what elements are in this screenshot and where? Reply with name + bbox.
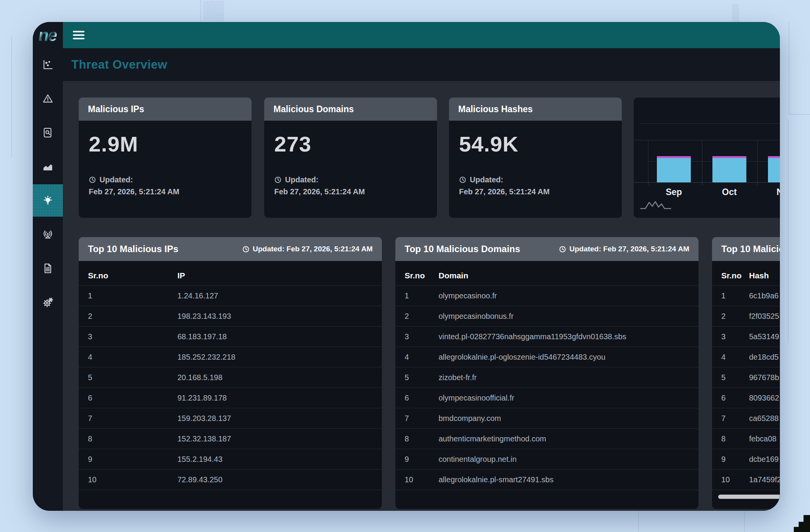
cell-value: 20.168.5.198 bbox=[177, 373, 223, 382]
background-line bbox=[12, 37, 12, 158]
table-row: 16c1b9a6 bbox=[712, 286, 780, 306]
table-row: 6olympecasinoofficial.fr bbox=[395, 388, 699, 408]
title-band: Threat Overview bbox=[63, 48, 780, 81]
sidebar-item-analytics[interactable] bbox=[33, 150, 63, 183]
sidebar-item-threat-intel[interactable] bbox=[33, 184, 63, 217]
table-row: 691.231.89.178 bbox=[79, 388, 382, 408]
column-header-sr-no: Sr.no bbox=[88, 271, 108, 280]
cell-value: olympecasinobonus.fr bbox=[439, 312, 514, 321]
cell-value: 8093662 bbox=[749, 394, 779, 402]
cell-value: 5a53149 bbox=[749, 332, 779, 341]
table-row: 4allegrolokalnie.pl-ogloszenie-id5467234… bbox=[395, 347, 699, 367]
cell-srno: 7 bbox=[405, 414, 409, 423]
table-column-headers: Sr.noHash bbox=[712, 261, 780, 286]
cell-value: 1.24.16.127 bbox=[177, 291, 218, 300]
cell-srno: 1 bbox=[721, 291, 726, 300]
x-axis-label: Nov bbox=[768, 187, 780, 197]
gears-icon bbox=[42, 296, 54, 308]
area-zoom-icon[interactable] bbox=[640, 199, 672, 210]
cell-srno: 10 bbox=[88, 475, 96, 484]
table-updated: Updated: Feb 27, 2026, 5:21:24 AM bbox=[242, 245, 373, 253]
sidebar-item-feeds[interactable] bbox=[33, 218, 63, 251]
cell-srno: 3 bbox=[88, 332, 92, 341]
cell-value: 72.89.43.250 bbox=[177, 475, 223, 484]
sidebar: ne bbox=[33, 22, 63, 511]
updated-label: Updated: bbox=[100, 175, 133, 184]
table-header: Top 10 Malicious Hashes Updated: Feb 27,… bbox=[712, 237, 780, 261]
cell-value: allegrolokalnie.pl-smart27491.sbs bbox=[439, 475, 554, 484]
sidebar-item-reports[interactable] bbox=[33, 252, 63, 285]
document-icon bbox=[42, 263, 54, 274]
cell-srno: 8 bbox=[721, 434, 726, 443]
cell-value: 967678b bbox=[749, 373, 779, 382]
background-line bbox=[788, 120, 788, 343]
cell-value: 6c1b9a6 bbox=[749, 291, 779, 300]
cell-value: zizobet-fr.fr bbox=[439, 373, 477, 382]
cell-srno: 6 bbox=[721, 394, 726, 402]
card-header: Malicious Domains bbox=[264, 98, 437, 121]
table-column-headers: Sr.noIP bbox=[79, 261, 382, 286]
sidebar-item-settings[interactable] bbox=[33, 286, 63, 318]
cell-srno: 10 bbox=[721, 475, 730, 484]
updated-value: Feb 27, 2026, 5:21:24 AM bbox=[274, 187, 365, 196]
cell-srno: 5 bbox=[88, 373, 92, 382]
sidebar-item-alerts[interactable] bbox=[33, 82, 63, 115]
table-title: Top 10 Malicious IPs bbox=[88, 244, 178, 254]
cell-srno: 6 bbox=[405, 394, 409, 402]
column-header-domain: Domain bbox=[439, 271, 468, 280]
card-body: 273 Updated: Feb 27, 2026, 5:21:24 AM bbox=[264, 121, 437, 218]
horizontal-scrollbar[interactable] bbox=[718, 495, 780, 499]
monthly-bar-chart-card: SepOctNov bbox=[634, 98, 780, 218]
table-row: 2198.23.143.193 bbox=[79, 306, 382, 327]
cell-value: de18cd5 bbox=[749, 353, 779, 362]
table-rows: 11.24.16.1272198.23.143.193368.183.197.1… bbox=[79, 286, 382, 490]
updated-info: Updated: Feb 27, 2026, 5:21:24 AM bbox=[274, 175, 365, 196]
cell-srno: 2 bbox=[405, 312, 409, 321]
cell-srno: 8 bbox=[88, 434, 92, 443]
cell-srno: 2 bbox=[721, 312, 726, 321]
table-updated-text: Updated: Feb 27, 2026, 5:21:24 AM bbox=[569, 245, 689, 253]
main-content: Malicious IPs 2.9M Updated: Feb 27, 2026… bbox=[63, 81, 780, 511]
app-logo: ne bbox=[33, 22, 63, 48]
cell-srno: 7 bbox=[88, 414, 92, 423]
table-row: 11.24.16.127 bbox=[79, 286, 382, 306]
table-row: 7159.203.28.137 bbox=[79, 408, 382, 429]
menu-icon[interactable] bbox=[73, 31, 85, 39]
background-line bbox=[744, 511, 745, 532]
cell-value: 91.231.89.178 bbox=[177, 394, 227, 402]
cell-srno: 10 bbox=[405, 475, 413, 484]
updated-value: Feb 27, 2026, 5:21:24 AM bbox=[459, 187, 550, 196]
bar-sep bbox=[657, 156, 691, 182]
table-updated-text: Updated: Feb 27, 2026, 5:21:24 AM bbox=[253, 245, 373, 253]
card-header: Malicious Hashes bbox=[449, 98, 622, 121]
table-row: 35a53149 bbox=[712, 327, 780, 347]
card-header: Malicious IPs bbox=[79, 98, 251, 121]
table-row: 7ca65288 bbox=[712, 408, 780, 429]
card-title: Malicious Domains bbox=[273, 104, 354, 114]
bar-oct bbox=[712, 156, 746, 182]
table-row: 1olympecasinoo.fr bbox=[395, 286, 699, 306]
sidebar-item-dashboard[interactable] bbox=[33, 49, 63, 81]
cell-value: febca08 bbox=[749, 434, 776, 443]
topbar bbox=[63, 22, 780, 48]
cell-value: 152.32.138.187 bbox=[177, 434, 231, 443]
clock-icon bbox=[89, 176, 96, 184]
logo-text: ne bbox=[37, 25, 58, 45]
cell-value: 155.2.194.43 bbox=[177, 455, 223, 464]
page-title: Threat Overview bbox=[71, 58, 167, 72]
table-column-headers: Sr.noDomain bbox=[395, 261, 699, 286]
desktop-background: ne bbox=[0, 0, 810, 532]
stat-value: 54.9K bbox=[459, 131, 518, 157]
x-axis-label: Oct bbox=[712, 187, 746, 197]
background-rect bbox=[789, 22, 810, 114]
cell-srno: 2 bbox=[88, 312, 92, 321]
stat-card-malicious-hashes: Malicious Hashes 54.9K Updated: Feb 27, … bbox=[449, 98, 622, 218]
table-row: 520.168.5.198 bbox=[79, 367, 382, 388]
cell-srno: 3 bbox=[721, 332, 726, 341]
cell-value: authenticmarketingmethod.com bbox=[439, 434, 546, 443]
cell-value: vinted.pl-02827736nahsggamma11953gfdvn01… bbox=[439, 332, 626, 341]
cell-value: olympecasinoofficial.fr bbox=[439, 394, 514, 402]
table-updated: Updated: Feb 27, 2026, 5:21:24 AM bbox=[559, 245, 689, 253]
axis-tick bbox=[757, 182, 758, 185]
sidebar-item-investigate[interactable] bbox=[33, 116, 63, 149]
